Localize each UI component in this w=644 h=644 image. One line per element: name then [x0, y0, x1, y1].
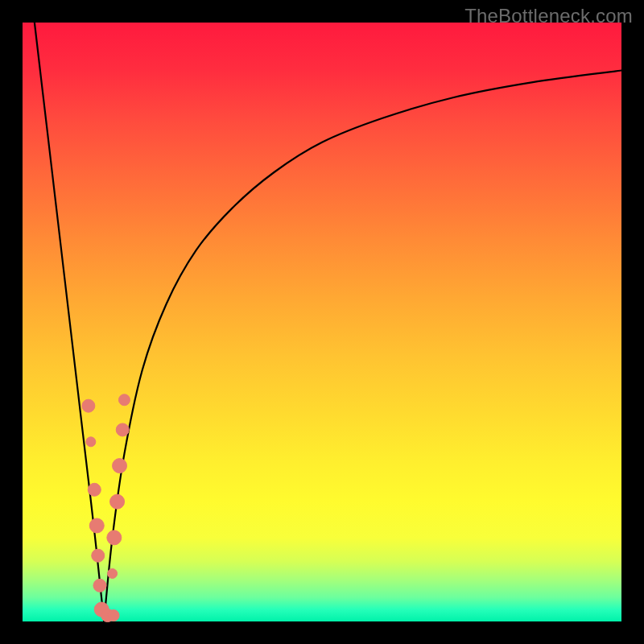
marker-group — [82, 394, 130, 622]
chart-svg — [23, 23, 621, 621]
data-marker — [118, 394, 130, 406]
data-marker — [93, 579, 106, 592]
data-marker — [88, 483, 101, 496]
data-marker — [108, 610, 119, 621]
data-marker — [116, 423, 129, 436]
chart-area — [23, 23, 621, 621]
data-marker — [89, 518, 104, 533]
curve-right-branch — [104, 71, 621, 621]
data-marker — [110, 494, 125, 509]
data-marker — [113, 459, 127, 473]
data-marker — [86, 437, 96, 447]
data-marker — [107, 530, 122, 545]
data-marker — [82, 399, 95, 412]
data-marker — [108, 568, 118, 578]
watermark-text: TheBottleneck.com — [464, 5, 633, 27]
data-marker — [92, 549, 105, 562]
